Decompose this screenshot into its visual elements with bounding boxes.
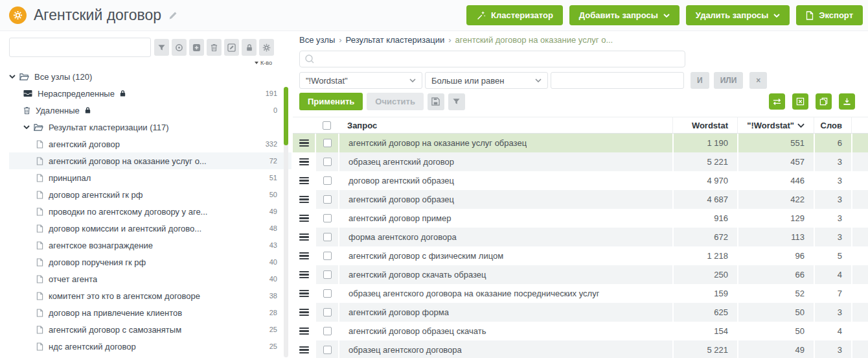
query-row[interactable]: агентский договор образец4 6874223 xyxy=(293,190,868,209)
tree-item[interactable]: Результат кластеризации (117) xyxy=(9,119,291,136)
tree-item[interactable]: договор агентский гк рф50 xyxy=(9,186,291,203)
tree-item[interactable]: договор поручения гк рф40 xyxy=(9,254,291,270)
tree-item[interactable]: договор комиссии и агентский догово...48 xyxy=(9,220,291,237)
copy-queries-button[interactable] xyxy=(816,93,832,110)
filter-operator-select[interactable]: Больше или равен xyxy=(425,72,548,89)
drag-handle-icon[interactable] xyxy=(299,290,309,298)
drag-handle-icon[interactable] xyxy=(299,233,309,241)
tree-search-input[interactable] xyxy=(9,38,151,57)
tree-item[interactable]: агентский договор с самозанятым25 xyxy=(9,321,291,338)
query-row[interactable]: агентский договор форма625503 xyxy=(293,303,868,322)
query-row[interactable]: агентский договор на оказание услуг обра… xyxy=(293,134,868,152)
tree-target-button[interactable] xyxy=(172,39,187,56)
tree-item[interactable]: Нераспределенные191 xyxy=(9,85,291,102)
filter-value-input[interactable] xyxy=(551,72,684,89)
tree-lock-button[interactable] xyxy=(242,39,257,56)
project-gear-icon[interactable] xyxy=(9,6,27,24)
column-header-query[interactable]: Запрос xyxy=(338,117,672,133)
tree-item[interactable]: агентское вознаграждение43 xyxy=(9,237,291,254)
tree-delete-button[interactable] xyxy=(207,39,222,56)
query-row[interactable]: форма агентского договора6721133 xyxy=(293,228,868,246)
query-row[interactable]: образец агентского договора на оказание … xyxy=(293,284,868,303)
tree-scrollbar[interactable] xyxy=(284,87,288,357)
query-row[interactable]: агентский договор образец скачать154504 xyxy=(293,322,868,340)
query-row[interactable]: агентский договор скачать образец250664 xyxy=(293,265,868,284)
row-checkbox[interactable] xyxy=(323,308,332,316)
drag-handle-icon[interactable] xyxy=(299,252,309,260)
delete-queries-button[interactable]: Удалить запросы xyxy=(686,5,790,25)
query-row[interactable]: образец агентского договора5 221493 xyxy=(293,340,868,358)
select-all-checkbox[interactable] xyxy=(323,121,331,130)
tree-item[interactable]: Все узлы (120) xyxy=(9,68,291,85)
add-queries-button[interactable]: Добавить запросы xyxy=(569,5,680,25)
or-condition-button[interactable]: ИЛИ xyxy=(714,72,744,89)
save-filter-button[interactable] xyxy=(428,93,444,110)
drag-handle-icon[interactable] xyxy=(299,139,309,147)
tree-item-label: договор агентский гк рф xyxy=(49,190,143,200)
drag-handle-icon[interactable] xyxy=(299,309,309,316)
tree-settings-button[interactable] xyxy=(259,39,274,56)
row-checkbox[interactable] xyxy=(323,346,332,354)
tree-item[interactable]: отчет агента40 xyxy=(9,270,291,287)
tree-scrollbar-thumb[interactable] xyxy=(284,87,288,145)
breadcrumb-item[interactable]: Все узлы xyxy=(299,35,335,45)
tree-item[interactable]: агентский договор332 xyxy=(9,136,291,152)
group-selection-button[interactable] xyxy=(792,93,808,110)
drag-handle-icon[interactable] xyxy=(299,196,309,204)
words-cell: 3 xyxy=(814,303,851,322)
tree-item[interactable]: принципал51 xyxy=(9,169,291,186)
tree-item[interactable]: Удаленные0 xyxy=(9,102,291,119)
column-header-not-wordstat[interactable]: "!Wordstat" xyxy=(737,117,814,133)
clusterizer-button[interactable]: Кластеризатор xyxy=(466,5,563,25)
tree-edit-button[interactable] xyxy=(224,39,239,56)
saved-filters-button[interactable] xyxy=(448,93,465,110)
tree-item[interactable]: ндс агентский договор25 xyxy=(9,338,291,355)
row-checkbox[interactable] xyxy=(323,289,332,298)
export-button[interactable]: Экспорт xyxy=(796,5,863,25)
tree-item[interactable]: договор на привлечение клиентов28 xyxy=(9,304,291,321)
tree-add-button[interactable] xyxy=(189,39,204,56)
tree-filter-button[interactable] xyxy=(154,39,169,56)
row-checkbox[interactable] xyxy=(323,195,332,204)
drag-handle-icon[interactable] xyxy=(299,346,309,354)
query-row[interactable]: договор агентский образец4 9704463 xyxy=(293,171,868,190)
clear-button[interactable]: Очистить xyxy=(367,93,424,110)
row-checkbox[interactable] xyxy=(323,252,332,260)
row-checkbox[interactable] xyxy=(323,214,332,222)
caret-down-icon[interactable] xyxy=(9,75,16,78)
drag-handle-icon[interactable] xyxy=(299,328,309,335)
tree-item[interactable]: комитент это кто в агентском договоре38 xyxy=(9,287,291,304)
edit-title-pencil-icon[interactable] xyxy=(168,10,178,20)
drag-handle-icon[interactable] xyxy=(299,271,309,279)
filter-condition-row: "!Wordstat" Больше или равен И ИЛИ × xyxy=(299,72,868,89)
column-header-wordstat[interactable]: Wordstat xyxy=(672,117,737,133)
row-checkbox[interactable] xyxy=(323,270,332,279)
row-checkbox[interactable] xyxy=(323,176,332,185)
query-row[interactable]: агентский договор пример9161293 xyxy=(293,209,868,228)
wordstat-cell: 154 xyxy=(672,322,737,340)
move-queries-button[interactable] xyxy=(769,93,785,110)
filter-field-select[interactable]: "!Wordstat" xyxy=(299,72,422,89)
wordstat-cell: 5 221 xyxy=(672,340,737,358)
row-checkbox[interactable] xyxy=(323,158,332,166)
drag-handle-icon[interactable] xyxy=(299,215,309,222)
drag-handle-icon[interactable] xyxy=(299,177,309,185)
query-row[interactable]: образец агентский договор5 2214573 xyxy=(293,152,868,171)
row-checkbox[interactable] xyxy=(323,139,332,147)
column-header-words[interactable]: Слов xyxy=(814,117,851,133)
tree-item[interactable]: агентский договор на оказание услуг о...… xyxy=(9,152,291,169)
download-button[interactable] xyxy=(839,93,855,110)
row-checkbox[interactable] xyxy=(323,327,332,335)
query-row[interactable]: агентский договор с физическим лицом1 21… xyxy=(293,246,868,265)
tree-sort-control[interactable]: К-во xyxy=(9,59,291,67)
drag-handle-icon[interactable] xyxy=(299,158,309,166)
row-checkbox[interactable] xyxy=(323,233,332,241)
apply-button[interactable]: Применить xyxy=(299,93,363,110)
tree-item-label: проводки по агентскому договору у аге... xyxy=(49,207,207,217)
caret-down-icon[interactable] xyxy=(23,125,30,129)
breadcrumb-item[interactable]: Результат кластеризации xyxy=(346,35,445,45)
remove-condition-button[interactable]: × xyxy=(749,72,767,89)
query-search-input[interactable] xyxy=(319,54,680,64)
tree-item[interactable]: проводки по агентскому договору у аге...… xyxy=(9,203,291,220)
and-condition-button[interactable]: И xyxy=(691,72,709,89)
